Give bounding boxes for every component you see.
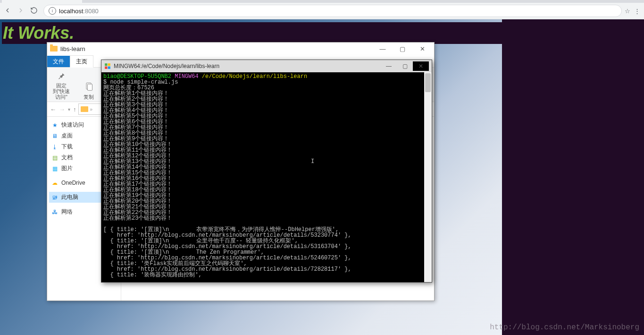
text-cursor-icon: I	[311, 158, 314, 164]
svg-rect-1	[88, 84, 92, 90]
address-bar[interactable]: i localhost:8080	[43, 5, 622, 17]
doc-icon: ▤	[51, 154, 59, 162]
page-body: It Works. http://blog.csdn.net/Marksinob…	[0, 19, 644, 335]
sidebar-item-label: 网络	[61, 208, 73, 216]
sidebar-item-label: 下载	[61, 143, 73, 151]
page-dark-bg	[502, 19, 644, 335]
mingw-icon	[104, 63, 111, 69]
explorer-title: libs-learn	[60, 45, 85, 52]
pin-button[interactable]: 固定到"快速访问"	[51, 69, 72, 100]
terminal-output[interactable]: biao@DESKTOP-5U5QNB2 MINGW64 /e/Code/Nod…	[101, 72, 432, 282]
svg-rect-2	[105, 63, 107, 66]
reload-icon[interactable]	[30, 7, 38, 16]
terminal-window[interactable]: MINGW64:/e/Code/Nodejs/learn/libs-learn …	[101, 60, 432, 283]
maximize-button[interactable]: ▢	[397, 61, 413, 71]
minimize-button[interactable]: —	[373, 43, 393, 54]
nav-back-icon[interactable]: ←	[50, 106, 56, 113]
url-port: :8080	[83, 8, 99, 15]
term-path: /e/Code/Nodejs/learn/libs-learn	[202, 73, 307, 80]
page-watermark: http://blog.csdn.net/Marksinoberg	[490, 323, 639, 332]
browser-toolbar: i localhost:8080 ☆ ⋮	[0, 3, 644, 19]
page-headline: It Works.	[2, 22, 644, 44]
terminal-titlebar[interactable]: MINGW64:/e/Code/Nodejs/learn/libs-learn …	[101, 60, 432, 72]
copy-button[interactable]: 复制	[78, 69, 99, 100]
star-icon: ★	[51, 121, 59, 129]
pin-label: 固定到"快速访问"	[51, 83, 72, 100]
desktop-icon: 🖥	[51, 132, 59, 140]
nav-recent-icon[interactable]: ▾	[68, 107, 70, 112]
svg-rect-3	[108, 63, 110, 66]
scrollbar-thumb[interactable]	[425, 73, 431, 92]
network-icon: 🖧	[51, 208, 59, 216]
term-env: MINGW64	[175, 73, 198, 80]
close-button[interactable]: ✕	[413, 61, 429, 71]
close-button[interactable]: ✕	[412, 43, 432, 54]
bookmark-icon[interactable]: ☆	[625, 8, 630, 15]
terminal-title: MINGW64:/e/Code/Nodejs/learn/libs-learn	[114, 63, 219, 69]
term-parse-block: 正在解析第1个链接内容！ 正在解析第2个链接内容！ 正在解析第3个链接内容！ 正…	[103, 90, 172, 222]
svg-rect-5	[108, 67, 110, 69]
ribbon-file[interactable]: 文件	[47, 56, 70, 67]
sidebar-item-label: 桌面	[61, 132, 73, 140]
pin-icon	[57, 71, 66, 81]
site-info-icon[interactable]: i	[49, 7, 56, 15]
download-icon: ⭳	[51, 143, 59, 151]
url-host: localhost	[59, 8, 83, 15]
ribbon-home[interactable]: 主页	[70, 55, 93, 68]
sidebar-item-label: 图片	[61, 164, 73, 172]
sidebar-item-label: 快速访问	[61, 121, 84, 129]
terminal-scrollbar[interactable]	[424, 72, 432, 282]
sidebar-item-label: 文档	[61, 154, 73, 162]
folder-icon	[81, 106, 88, 112]
minimize-button[interactable]: —	[381, 61, 397, 71]
term-object-block: [ { title: '[置顶]\n 衣带渐宽终不悔，为伊消得人憔悴--DbHe…	[103, 226, 351, 278]
pc-icon: 🖳	[51, 194, 59, 201]
svg-rect-4	[105, 67, 107, 69]
browser-tab[interactable]	[2, 0, 82, 3]
explorer-titlebar[interactable]: libs-learn — ▢ ✕	[47, 43, 434, 55]
copy-label: 复制	[84, 94, 94, 100]
back-icon[interactable]	[4, 7, 11, 16]
breadcrumb-sep: »	[90, 107, 93, 112]
folder-icon	[50, 46, 58, 52]
forward-icon[interactable]	[17, 7, 25, 16]
nav-forward-icon[interactable]: →	[59, 106, 65, 113]
copy-icon	[84, 81, 93, 92]
sidebar-item-label: OneDrive	[61, 180, 85, 186]
cloud-icon: ☁	[51, 179, 59, 187]
pic-icon: ▦	[51, 165, 59, 172]
nav-up-icon[interactable]: ↑	[73, 106, 76, 113]
menu-icon[interactable]: ⋮	[634, 8, 640, 15]
sidebar-item-label: 此电脑	[61, 193, 78, 201]
maximize-button[interactable]: ▢	[393, 43, 412, 54]
